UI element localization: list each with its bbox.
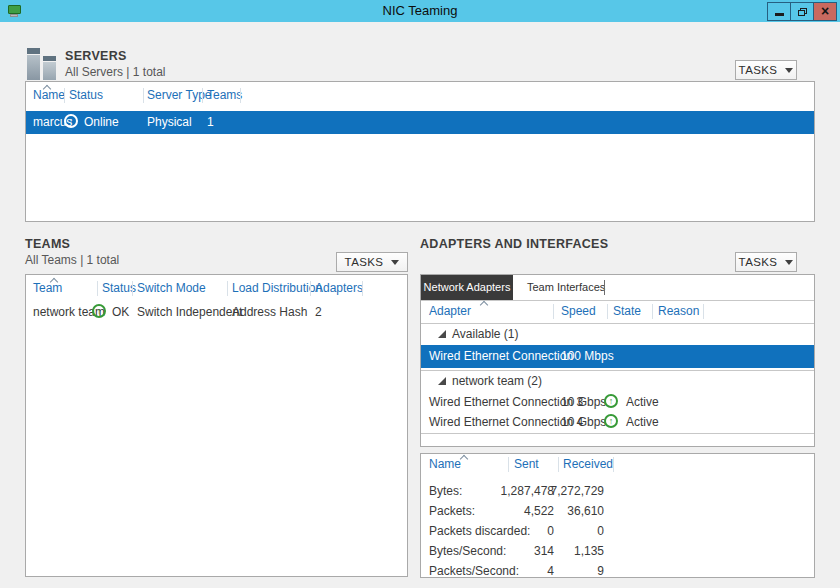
servers-col-name[interactable]: Name xyxy=(33,82,65,108)
server-stack-icon xyxy=(27,46,57,80)
teams-col-status[interactable]: Status xyxy=(102,275,136,301)
adapter-row-wired-ethernet-connection[interactable]: Wired Ethernet Connection 100 Mbps xyxy=(421,345,814,368)
tab-network-adapters[interactable]: Network Adapters xyxy=(421,275,513,300)
adapter-name: Wired Ethernet Connection 4 xyxy=(429,412,583,432)
adapter-row-wired-ethernet-connection-4[interactable]: Wired Ethernet Connection 4 10 Gbps ↑ Ac… xyxy=(421,412,814,432)
restore-button[interactable] xyxy=(790,2,814,21)
servers-section-title: SERVERS xyxy=(65,49,127,63)
adapter-group-label: network team (2) xyxy=(452,370,542,392)
servers-section-subtitle: All Servers | 1 total xyxy=(65,65,166,79)
stat-label: Bytes: xyxy=(429,481,462,501)
teams-section-title: TEAMS xyxy=(25,237,70,251)
up-arrow-circle-icon: ↑ xyxy=(604,414,618,428)
stat-sent-value: 4 xyxy=(471,561,554,581)
stat-sent-value: 0 xyxy=(471,521,554,541)
teams-section-subtitle: All Teams | 1 total xyxy=(25,253,119,267)
server-row-marcus[interactable]: marcus ↑ Online Physical 1 xyxy=(26,111,814,134)
teams-col-load-distribution[interactable]: Load Distribution xyxy=(232,275,322,301)
server-type: Physical xyxy=(147,111,192,134)
statistics-panel: Name Sent Received Bytes: 1,287,478 7,27… xyxy=(420,453,815,578)
teams-col-team[interactable]: Team xyxy=(33,275,62,301)
stats-col-received[interactable]: Received xyxy=(563,454,613,475)
stat-label: Packets: xyxy=(429,501,475,521)
stat-received-value: 36,610 xyxy=(546,501,604,521)
servers-col-status[interactable]: Status xyxy=(69,82,103,108)
adapter-state: Active xyxy=(626,412,659,432)
team-row-network-team[interactable]: network team ↑ OK Switch Independent Add… xyxy=(26,301,407,323)
stats-row-bytes-second: Bytes/Second: 314 1,135 xyxy=(421,541,814,561)
servers-tasks-label: TASKS xyxy=(739,64,778,76)
minimize-icon xyxy=(775,13,784,16)
servers-tasks-button[interactable]: TASKS xyxy=(735,60,797,80)
adapters-panel: Network Adapters Team Interfaces Adapter… xyxy=(420,274,815,447)
team-load-distribution: Address Hash xyxy=(232,301,307,323)
group-expanded-icon xyxy=(438,377,446,385)
team-adapters-count: 2 xyxy=(315,301,322,323)
adapter-speed: 100 Mbps xyxy=(561,345,614,368)
stat-received-value: 7,272,729 xyxy=(546,481,604,501)
minimize-button[interactable] xyxy=(767,2,791,21)
adapter-group-network-team[interactable]: network team (2) xyxy=(421,370,814,392)
stats-row-packets-discarded: Packets discarded: 0 0 xyxy=(421,521,814,541)
sort-ascending-icon xyxy=(460,455,468,463)
adapters-col-speed[interactable]: Speed xyxy=(561,300,596,323)
stat-sent-value: 314 xyxy=(471,541,554,561)
close-icon: × xyxy=(821,3,829,20)
adapters-col-state[interactable]: State xyxy=(613,300,641,323)
stat-received-value: 1,135 xyxy=(546,541,604,561)
servers-col-teams[interactable]: Teams xyxy=(207,82,242,108)
stats-col-name[interactable]: Name xyxy=(429,454,461,475)
stats-col-sent[interactable]: Sent xyxy=(514,454,539,475)
statistics-header: Name Sent Received xyxy=(421,454,814,475)
stat-sent-value: 4,522 xyxy=(471,501,554,521)
up-arrow-circle-icon: ↑ xyxy=(92,304,106,318)
adapters-col-reason[interactable]: Reason xyxy=(658,300,699,323)
stats-row-packets-second: Packets/Second: 4 9 xyxy=(421,561,814,581)
teams-tasks-label: TASKS xyxy=(345,256,384,268)
window-title: NIC Teaming xyxy=(0,0,840,22)
teams-col-adapters[interactable]: Adapters xyxy=(315,275,363,301)
stat-sent-value: 1,287,478 xyxy=(471,481,554,501)
chevron-down-icon xyxy=(785,68,793,73)
adapter-row-wired-ethernet-connection-3[interactable]: Wired Ethernet Connection 3 10 Gbps ↑ Ac… xyxy=(421,392,814,412)
servers-table-header: Name Status Server Type Teams xyxy=(26,82,814,109)
server-teams-count: 1 xyxy=(207,111,214,134)
adapter-name: Wired Ethernet Connection xyxy=(429,345,573,368)
tab-team-interfaces[interactable]: Team Interfaces xyxy=(517,275,615,300)
stat-received-value: 0 xyxy=(546,521,604,541)
adapters-col-adapter[interactable]: Adapter xyxy=(429,300,471,323)
teams-table: Team Status Switch Mode Load Distributio… xyxy=(25,274,408,577)
adapters-tasks-label: TASKS xyxy=(739,256,778,268)
tab-divider xyxy=(604,280,605,295)
server-status: Online xyxy=(84,111,119,134)
adapter-group-label: Available (1) xyxy=(452,323,518,345)
group-expanded-icon xyxy=(438,330,446,338)
adapters-section-title: ADAPTERS AND INTERFACES xyxy=(420,237,608,251)
stats-row-bytes: Bytes: 1,287,478 7,272,729 xyxy=(421,481,814,501)
adapter-state: Active xyxy=(626,392,659,412)
teams-col-switch-mode[interactable]: Switch Mode xyxy=(137,275,206,301)
up-arrow-circle-icon: ↑ xyxy=(604,394,618,408)
title-bar: NIC Teaming × xyxy=(0,0,840,22)
adapters-table-header: Adapter Speed State Reason xyxy=(421,300,814,323)
adapter-speed: 10 Gbps xyxy=(561,392,606,412)
teams-table-header: Team Status Switch Mode Load Distributio… xyxy=(26,275,407,302)
stat-received-value: 9 xyxy=(546,561,604,581)
team-status: OK xyxy=(112,301,129,323)
restore-icon xyxy=(798,8,807,16)
servers-table: Name Status Server Type Teams marcus ↑ O… xyxy=(25,81,815,222)
teams-tasks-button[interactable]: TASKS xyxy=(336,252,408,272)
up-arrow-circle-icon: ↑ xyxy=(64,114,78,128)
chevron-down-icon xyxy=(785,260,793,265)
stats-row-packets: Packets: 4,522 36,610 xyxy=(421,501,814,521)
chevron-down-icon xyxy=(391,260,399,265)
close-button[interactable]: × xyxy=(813,2,837,21)
team-switch-mode: Switch Independent xyxy=(137,301,242,323)
adapters-tasks-button[interactable]: TASKS xyxy=(735,252,797,272)
sort-ascending-icon xyxy=(480,301,488,309)
window-controls: × xyxy=(768,2,837,21)
adapter-name: Wired Ethernet Connection 3 xyxy=(429,392,583,412)
adapter-speed: 10 Gbps xyxy=(561,412,606,432)
adapter-group-available[interactable]: Available (1) xyxy=(421,323,814,345)
